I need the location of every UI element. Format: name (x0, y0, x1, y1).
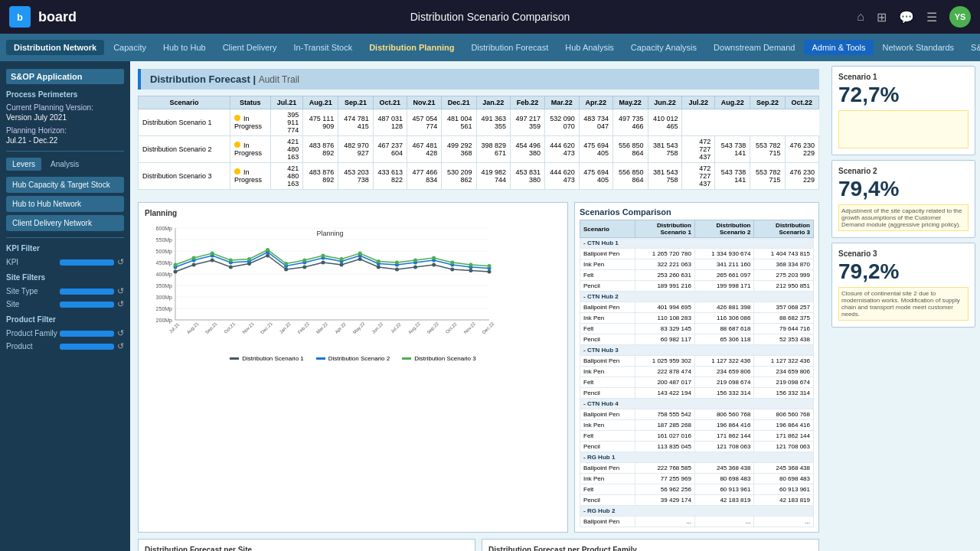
nav-in-transit-stock[interactable]: In-Transit Stock (286, 40, 361, 55)
scenario-card-2: Scenario 2 79,4% Adjustment of the site … (831, 160, 975, 238)
forecast-title: Distribution Forecast (150, 73, 250, 85)
s1-value: 83 329 145 (635, 324, 695, 334)
s1-value: 189 991 216 (635, 281, 695, 292)
planning-version-label: Current Planning Version: (6, 103, 124, 112)
scenario-2-title: Scenario 2 (838, 167, 969, 175)
product-filter-title: Product Filter (6, 315, 124, 324)
s3-value: 1 127 322 436 (754, 356, 814, 367)
s2-value: 171 862 144 (694, 431, 754, 442)
topbar: b board Distribution Scenario Comparison… (0, 0, 980, 34)
client-delivery-btn[interactable]: Client Delivery Network (6, 215, 124, 231)
svg-point-89 (450, 261, 454, 265)
site-type-filter-bar[interactable] (60, 289, 114, 295)
nav-hub-analysis[interactable]: Hub Analysis (557, 40, 622, 55)
scenario-value: 475 694 405 (579, 163, 612, 190)
svg-text:Oct.21: Oct.21 (224, 321, 237, 334)
kpi-reset-icon[interactable]: ↺ (117, 257, 124, 267)
nav-distribution-network[interactable]: Distribution Network (6, 40, 104, 55)
navbar: Distribution Network Capacity Hub to Hub… (0, 34, 980, 61)
nav-capacity-analysis[interactable]: Capacity Analysis (623, 40, 704, 55)
product-name: Ballpoint Pen (580, 517, 635, 527)
nav-distribution-forecast[interactable]: Distribution Forecast (463, 40, 556, 55)
group-header-row: - CTN Hub 3 (580, 345, 814, 356)
s2-value: 88 687 618 (694, 324, 754, 334)
svg-point-54 (469, 269, 472, 272)
scenario-value: 497 217 359 (511, 109, 545, 136)
svg-point-85 (377, 259, 381, 263)
product-name: Ballpoint Pen (580, 249, 635, 259)
grid-icon[interactable]: ⊞ (877, 10, 887, 24)
kpi-filter-title: KPI Filter (6, 244, 124, 253)
svg-text:Feb.22: Feb.22 (297, 321, 311, 334)
product-name: Ink Pen (580, 367, 635, 377)
nav-admin-tools[interactable]: Admin & Tools (804, 40, 873, 55)
nav-downstream-demand[interactable]: Downstream Demand (706, 40, 802, 55)
s1-value: 758 555 542 (635, 409, 695, 420)
svg-text:Sep.21: Sep.21 (204, 321, 218, 334)
product-filter-bar[interactable] (60, 344, 114, 350)
svg-text:Aug.21: Aug.21 (186, 321, 200, 334)
product-bar-chart: Distribution Forecast per Product Family… (482, 539, 819, 551)
scenario-name: Distribution Scenario 2 (139, 136, 230, 163)
scenario-2-pct: 79,4% (838, 177, 969, 201)
comp-row: Felt 253 260 631 265 661 097 275 203 999 (580, 270, 814, 281)
svg-text:300Mp: 300Mp (156, 295, 173, 301)
s2-value: 80 698 483 (694, 474, 754, 484)
nav-sop-meeting[interactable]: S&OP Meeting (963, 40, 980, 55)
site-reset-icon[interactable]: ↺ (117, 299, 124, 309)
svg-text:450Mp: 450Mp (156, 260, 173, 266)
kpi-label: KPI (6, 258, 60, 266)
analysis-tab[interactable]: Analysis (44, 158, 85, 171)
product-name: Felt (580, 270, 635, 281)
nav-client-delivery[interactable]: Client Delivery (215, 40, 285, 55)
nav-distribution-planning[interactable]: Distribution Planning (361, 40, 462, 55)
s2-value: 245 368 438 (694, 463, 754, 474)
svg-text:Apr.22: Apr.22 (334, 321, 347, 334)
s2-value: ... (694, 517, 754, 527)
nav-network-standards[interactable]: Network Standards (875, 40, 962, 55)
group-name: - CTN Hub 4 (580, 399, 814, 409)
avatar[interactable]: YS (949, 6, 971, 28)
site-type-reset-icon[interactable]: ↺ (117, 286, 124, 296)
s1-value: 1 025 959 302 (635, 356, 695, 367)
s3-value: 52 353 438 (754, 334, 814, 345)
s2-value: 42 183 819 (694, 495, 754, 506)
kpi-filter-bar[interactable] (60, 259, 114, 266)
s3-value: 357 068 257 (754, 302, 814, 313)
forecast-table: Scenario Status Jul.21Aug.21Sep.21Oct.21… (138, 96, 819, 190)
product-name: Felt (580, 431, 635, 442)
s1-value: 56 962 256 (635, 484, 695, 495)
nav-hub-to-hub[interactable]: Hub to Hub (155, 40, 214, 55)
menu-icon[interactable]: ☰ (926, 10, 937, 24)
scenario-value: 421 480 163 (270, 136, 303, 163)
svg-text:500Mp: 500Mp (156, 249, 173, 255)
nav-capacity[interactable]: Capacity (106, 40, 154, 55)
home-icon[interactable]: ⌂ (857, 10, 864, 24)
svg-point-75 (192, 256, 196, 260)
s2-value: 121 708 063 (694, 442, 754, 452)
chat-icon[interactable]: 💬 (899, 10, 914, 24)
product-family-reset-icon[interactable]: ↺ (117, 328, 124, 338)
s3-value: 275 203 999 (754, 270, 814, 281)
levers-tab[interactable]: Levers (6, 158, 41, 171)
scenario-value: 457 054 774 (407, 109, 441, 136)
scenario-value: 381 543 758 (648, 163, 682, 190)
s2-value: 65 306 118 (694, 334, 754, 345)
scenario-value: 553 782 715 (750, 163, 785, 190)
product-reset-icon[interactable]: ↺ (117, 341, 124, 351)
s1-value: 161 027 016 (635, 431, 695, 442)
product-name: Ballpoint Pen (580, 409, 635, 420)
svg-point-38 (174, 270, 178, 274)
svg-point-40 (211, 259, 214, 262)
site-filter-bar[interactable] (60, 302, 114, 308)
product-family-filter-bar[interactable] (60, 331, 114, 337)
scenario-value: 532 090 070 (545, 109, 580, 136)
s3-value: 1 404 743 815 (754, 249, 814, 259)
hub-capacity-btn[interactable]: Hub Capacity & Target Stock (6, 177, 124, 193)
site-type-label: Site Type (6, 287, 60, 295)
svg-text:350Mp: 350Mp (156, 283, 173, 289)
hub-to-hub-btn[interactable]: Hub to Hub Network (6, 196, 124, 212)
scenario-value: 421 480 163 (270, 163, 303, 190)
scenario-value: 475 111 909 (303, 109, 338, 136)
product-name: Pencil (580, 388, 635, 399)
